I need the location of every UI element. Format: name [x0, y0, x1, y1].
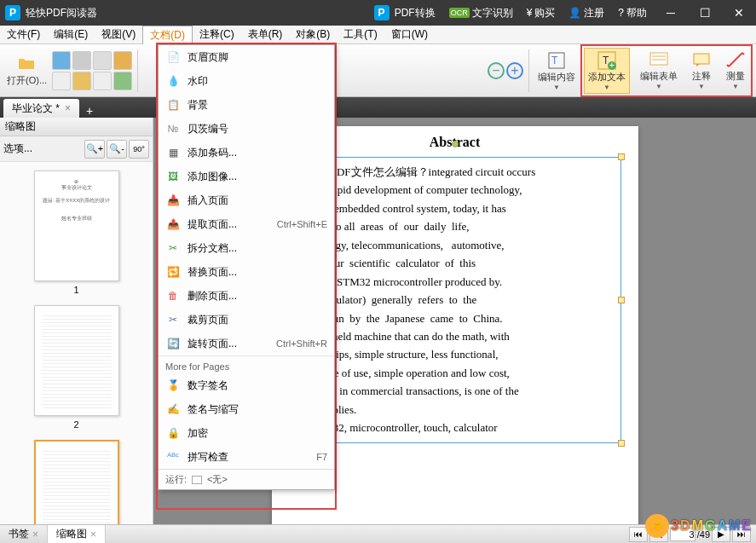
menu-view[interactable]: 视图(V) — [95, 26, 142, 44]
menu-item-签名与缩写[interactable]: ✍签名与缩写 — [159, 397, 334, 421]
zoom-in-icon[interactable]: + — [506, 62, 523, 79]
svg-rect-9 — [694, 54, 709, 64]
menu-item-icon: ✂ — [165, 312, 181, 327]
add-text-icon: T+ — [597, 50, 617, 71]
menu-item-label: 拼写检查 — [188, 450, 309, 465]
document-tab[interactable]: 毕业论文 * × — [3, 99, 79, 118]
document-menu-dropdown: 📄页眉页脚💧水印📋背景№贝茨编号▦添加条码...🖼添加图像...📥插入页面📤提取… — [158, 44, 335, 490]
menu-item-icon: № — [165, 121, 181, 136]
help-button[interactable]: ?帮助 — [611, 0, 654, 26]
thumbnail-item[interactable]: 3 — [9, 440, 144, 524]
mail-icon[interactable] — [72, 72, 91, 90]
menu-item-旋转页面...[interactable]: 🔄旋转页面...Ctrl+Shift+R — [159, 332, 334, 355]
menu-item-加密[interactable]: 🔒加密 — [159, 421, 334, 445]
thumbnail-item[interactable]: ⊕事业设计论文题目: 基于XXXX的系统的设计姓名专业班级 1 — [9, 170, 144, 295]
attach-icon[interactable] — [113, 51, 132, 70]
menu-file[interactable]: 文件(F) — [0, 26, 47, 44]
printer-icon[interactable] — [52, 72, 71, 90]
menu-window[interactable]: 窗口(W) — [384, 26, 435, 44]
thumbnail-item[interactable]: 2 — [9, 305, 144, 430]
ribbon-toolbar: 打开(O)... − + T 编辑内容 ▼ T+ 添加文本 ▼ 编辑表 — [0, 44, 756, 97]
rotate-thumb-icon[interactable]: 90° — [129, 140, 149, 159]
menu-item-icon: 🔁 — [165, 264, 181, 280]
pdf-convert-button[interactable]: PPDF转换 — [367, 0, 442, 26]
share-icon[interactable] — [93, 72, 112, 90]
menu-item-拼写检查[interactable]: ᴬᴮᶜ拼写检查F7 — [159, 445, 334, 469]
menu-item-页眉页脚[interactable]: 📄页眉页脚 — [159, 45, 334, 69]
zoom-in-thumb-icon[interactable]: 🔍+ — [84, 140, 105, 159]
ocr-button[interactable]: OCR文字识别 — [442, 0, 520, 26]
menu-edit[interactable]: 编辑(E) — [47, 26, 95, 44]
tab-close-icon[interactable]: × — [65, 102, 71, 114]
menu-item-label: 签名与缩写 — [188, 402, 327, 417]
menu-item-添加条码...[interactable]: ▦添加条码... — [159, 141, 334, 165]
scanner-icon[interactable] — [93, 51, 112, 70]
buy-button[interactable]: ¥购买 — [520, 0, 563, 26]
maximize-button[interactable]: ☐ — [688, 0, 722, 26]
edit-form-button[interactable]: 编辑表单 ▼ — [637, 48, 681, 94]
menu-item-icon: ▦ — [165, 145, 181, 160]
thumbnail-list[interactable]: ⊕事业设计论文题目: 基于XXXX的系统的设计姓名专业班级 1 2 3 — [0, 162, 153, 524]
menu-item-icon: 🔄 — [165, 336, 181, 351]
svg-text:T: T — [551, 55, 558, 66]
menu-object[interactable]: 对象(B) — [289, 26, 337, 44]
menu-tool[interactable]: 工具(T) — [337, 26, 384, 44]
watermark: 🐥 3DMGAME — [645, 514, 751, 538]
menu-item-icon: 🖼 — [165, 169, 181, 184]
menu-item-label: 数字签名 — [188, 378, 327, 393]
menu-item-icon: 📥 — [165, 193, 181, 208]
menu-item-裁剪页面[interactable]: ✂裁剪页面 — [159, 308, 334, 332]
save-icon[interactable] — [52, 51, 71, 70]
document-body-text[interactable]: 器 ——PDF文件怎么编辑？integrated circuit occurs … — [295, 163, 615, 437]
menu-item-icon: 🔒 — [165, 425, 181, 441]
menu-item-背景[interactable]: 📋背景 — [159, 93, 334, 117]
menu-item-拆分文档...[interactable]: ✂拆分文档... — [159, 236, 334, 260]
menu-document[interactable]: 文档(D) — [142, 26, 193, 44]
menu-item-插入页面[interactable]: 📥插入页面 — [159, 188, 334, 212]
menu-comment[interactable]: 注释(C) — [193, 26, 241, 44]
close-button[interactable]: ✕ — [722, 0, 756, 26]
thumbnail-tab[interactable]: 缩略图× — [48, 525, 106, 544]
menu-item-删除页面...[interactable]: 🗑删除页面... — [159, 284, 334, 308]
menu-item-水印[interactable]: 💧水印 — [159, 69, 334, 93]
menu-item-贝茨编号[interactable]: №贝茨编号 — [159, 117, 334, 141]
menu-item-替换页面...[interactable]: 🔁替换页面... — [159, 260, 334, 284]
thumbnail-page-1[interactable]: ⊕事业设计论文题目: 基于XXXX的系统的设计姓名专业班级 — [34, 170, 119, 281]
export-icon[interactable] — [113, 72, 132, 90]
title-bar: P 轻快PDF阅读器 PPDF转换 OCR文字识别 ¥购买 👤注册 ?帮助 ─ … — [0, 0, 756, 26]
menu-item-icon: 📤 — [165, 217, 181, 232]
menu-form[interactable]: 表单(R) — [241, 26, 290, 44]
menu-section-label: More for Pages — [159, 355, 334, 373]
menu-item-label: 插入页面 — [188, 194, 327, 208]
menu-item-label: 页眉页脚 — [188, 50, 327, 65]
resize-handle-br[interactable] — [618, 440, 625, 447]
print-icon[interactable] — [72, 51, 91, 70]
register-button[interactable]: 👤注册 — [562, 0, 611, 26]
measure-button[interactable]: 测量 ▼ — [722, 48, 749, 94]
menu-item-提取页面...[interactable]: 📤提取页面...Ctrl+Shift+E — [159, 212, 334, 236]
editable-text-box[interactable]: 器 ——PDF文件怎么编辑？integrated circuit occurs … — [289, 157, 621, 443]
zoom-out-thumb-icon[interactable]: 🔍- — [107, 140, 127, 159]
rotate-handle[interactable] — [452, 141, 459, 147]
menu-item-数字签名[interactable]: 🏅数字签名 — [159, 373, 334, 397]
thumbnail-page-2[interactable] — [34, 305, 119, 416]
app-logo-icon: P — [5, 5, 20, 20]
zoom-out-icon[interactable]: − — [488, 62, 505, 79]
add-tab-button[interactable]: + — [86, 104, 93, 118]
edit-content-button[interactable]: T 编辑内容 ▼ — [534, 49, 579, 93]
bookmark-tab[interactable]: 书签× — [0, 525, 48, 544]
menu-item-icon: 📋 — [165, 97, 181, 113]
open-button[interactable]: 打开(O)... — [3, 52, 50, 89]
annotate-button[interactable]: 注释 ▼ — [688, 48, 715, 94]
menu-item-添加图像...[interactable]: 🖼添加图像... — [159, 165, 334, 188]
minimize-button[interactable]: ─ — [654, 0, 688, 26]
thumbnail-page-3[interactable] — [34, 440, 119, 524]
resize-handle-mr[interactable] — [618, 297, 625, 303]
tab-title: 毕业论文 * — [12, 101, 60, 116]
sidebar-options[interactable]: 选项... — [3, 142, 32, 156]
app-title: 轻快PDF阅读器 — [26, 6, 367, 20]
menu-item-label: 替换页面... — [188, 265, 327, 280]
add-text-button[interactable]: T+ 添加文本 ▼ — [584, 48, 630, 94]
resize-handle-tr[interactable] — [618, 153, 625, 160]
edit-text-icon: T — [546, 50, 567, 71]
